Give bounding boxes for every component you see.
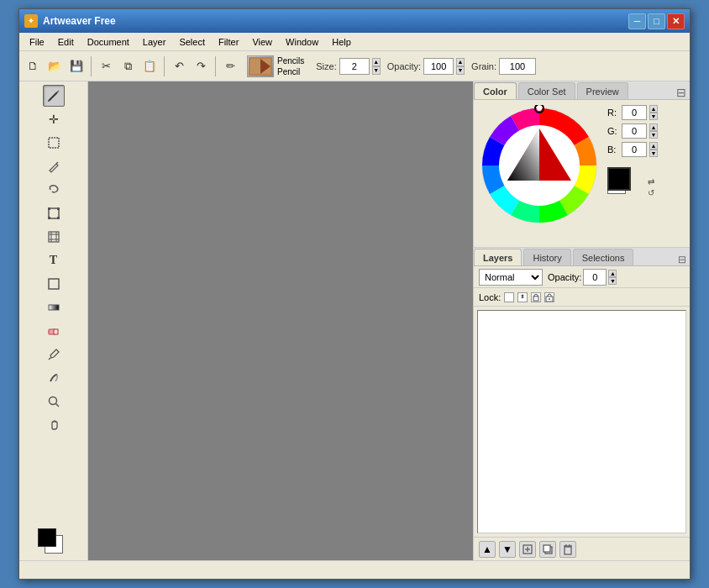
b-down[interactable]: ▼: [649, 150, 658, 157]
tab-history[interactable]: History: [523, 249, 570, 265]
brush-tool[interactable]: [43, 155, 65, 177]
menu-view[interactable]: View: [245, 35, 279, 49]
duplicate-layer-button[interactable]: [539, 541, 556, 558]
opacity-up[interactable]: ▲: [608, 270, 617, 277]
reset-colors-icon[interactable]: ↺: [648, 188, 654, 197]
paste-button[interactable]: 📋: [139, 56, 160, 76]
grain-label: Grain:: [471, 61, 496, 71]
move-layer-down-button[interactable]: ▼: [499, 541, 516, 558]
transform-tool[interactable]: [43, 202, 65, 224]
g-up[interactable]: ▲: [649, 123, 658, 131]
dropper-tool[interactable]: [43, 344, 65, 365]
eraser-tool[interactable]: [43, 320, 65, 342]
brush-tool-button[interactable]: ✏: [220, 56, 240, 76]
svg-line-5: [48, 101, 49, 102]
size-up-arrow[interactable]: ▲: [372, 58, 381, 66]
blend-mode-select[interactable]: Normal Multiply Screen Overlay: [479, 269, 543, 286]
foreground-swatch[interactable]: [38, 528, 56, 547]
opacity-up-arrow[interactable]: ▲: [456, 58, 465, 66]
menu-select[interactable]: Select: [172, 35, 212, 49]
text-tool[interactable]: T: [43, 249, 65, 271]
menu-file[interactable]: File: [23, 35, 51, 49]
canvas-area[interactable]: [88, 81, 473, 560]
layers-opacity-input[interactable]: [583, 269, 607, 286]
tools-row-lasso: [43, 179, 65, 201]
tab-colorset[interactable]: Color Set: [518, 82, 575, 99]
opacity-input[interactable]: [423, 58, 454, 75]
new-button[interactable]: 🗋: [23, 56, 43, 76]
color-wheel-svg[interactable]: [479, 105, 601, 227]
lock-transparent-check[interactable]: [504, 292, 514, 302]
right-fg-swatch[interactable]: [607, 167, 631, 191]
tab-selections[interactable]: Selections: [573, 249, 634, 265]
minimize-button[interactable]: ─: [628, 13, 646, 29]
menu-window[interactable]: Window: [279, 35, 325, 49]
svg-line-4: [57, 91, 59, 92]
menu-edit[interactable]: Edit: [51, 35, 81, 49]
undo-button[interactable]: ↶: [169, 56, 189, 76]
menu-layer[interactable]: Layer: [136, 35, 173, 49]
smudge-tool[interactable]: [43, 367, 65, 389]
layers-toolbar: Normal Multiply Screen Overlay Opacity: …: [474, 266, 690, 288]
select-rect-tool[interactable]: [43, 132, 65, 154]
opacity-down-arrow[interactable]: ▼: [456, 66, 465, 75]
copy-button[interactable]: ⧉: [118, 56, 138, 76]
grain-input[interactable]: [499, 58, 536, 75]
opacity-field: Opacity: ▲ ▼: [387, 58, 465, 75]
b-up[interactable]: ▲: [649, 142, 658, 150]
move-layer-up-button[interactable]: ▲: [479, 541, 496, 558]
magnify-tool[interactable]: [43, 391, 65, 412]
tab-layers[interactable]: Layers: [474, 249, 522, 265]
lock-position-check[interactable]: [531, 292, 541, 302]
redo-button[interactable]: ↷: [191, 56, 211, 76]
svg-rect-10: [57, 207, 60, 210]
gradient-tool[interactable]: [43, 297, 65, 318]
menu-filter[interactable]: Filter: [212, 35, 245, 49]
color-wheel-container[interactable]: [479, 105, 601, 227]
color-swatches-area: ⇄ ↺: [607, 167, 685, 197]
grain-field: Grain:: [471, 58, 536, 75]
tool-preview: Pencils Pencil: [247, 55, 304, 77]
tab-preview[interactable]: Preview: [577, 82, 628, 99]
close-button[interactable]: ✕: [667, 13, 685, 29]
delete-layer-button[interactable]: [559, 541, 576, 558]
menu-document[interactable]: Document: [81, 35, 136, 49]
lock-all-check[interactable]: [544, 292, 554, 302]
maximize-button[interactable]: □: [648, 13, 665, 29]
r-input[interactable]: [622, 105, 647, 120]
layers-panel: Layers History Selections ⊟ Normal Multi…: [474, 248, 690, 560]
tools-row-magnify: [43, 391, 65, 412]
save-button[interactable]: 💾: [66, 56, 87, 76]
tab-color[interactable]: Color: [474, 82, 517, 99]
new-layer-button[interactable]: [519, 541, 536, 558]
tools-panel: ✛: [19, 81, 88, 560]
toolbar: 🗋 📂 💾 ✂ ⧉ 📋 ↶ ↷ ✏ Pencils Pencil: [19, 51, 690, 81]
r-down[interactable]: ▼: [649, 113, 658, 120]
svg-rect-17: [49, 232, 59, 242]
open-button[interactable]: 📂: [45, 56, 65, 76]
g-input[interactable]: [622, 123, 647, 139]
size-down-arrow[interactable]: ▼: [372, 66, 381, 75]
lock-image-check[interactable]: [517, 292, 528, 302]
menu-help[interactable]: Help: [325, 35, 358, 49]
grid-tool[interactable]: [43, 226, 65, 248]
lasso-tool[interactable]: [43, 179, 65, 201]
pencil-tool[interactable]: [43, 85, 65, 107]
g-down[interactable]: ▼: [649, 131, 658, 139]
window-controls: ─ □ ✕: [628, 13, 685, 29]
swap-colors-icon[interactable]: ⇄: [648, 177, 654, 186]
size-input[interactable]: [339, 58, 370, 75]
layers-list[interactable]: [477, 310, 686, 533]
g-label: G:: [607, 126, 619, 136]
hand-tool[interactable]: [43, 414, 65, 436]
svg-point-23: [49, 397, 56, 405]
move-tool[interactable]: ✛: [43, 108, 65, 130]
b-input[interactable]: [622, 142, 647, 157]
shape-tool[interactable]: [43, 273, 65, 295]
layers-panel-menu[interactable]: ⊟: [678, 254, 690, 265]
r-up[interactable]: ▲: [649, 105, 658, 113]
tool-preview-image[interactable]: [247, 55, 274, 77]
panel-menu-icon[interactable]: ⊟: [676, 86, 690, 99]
opacity-down[interactable]: ▼: [608, 277, 617, 285]
cut-button[interactable]: ✂: [96, 56, 116, 76]
